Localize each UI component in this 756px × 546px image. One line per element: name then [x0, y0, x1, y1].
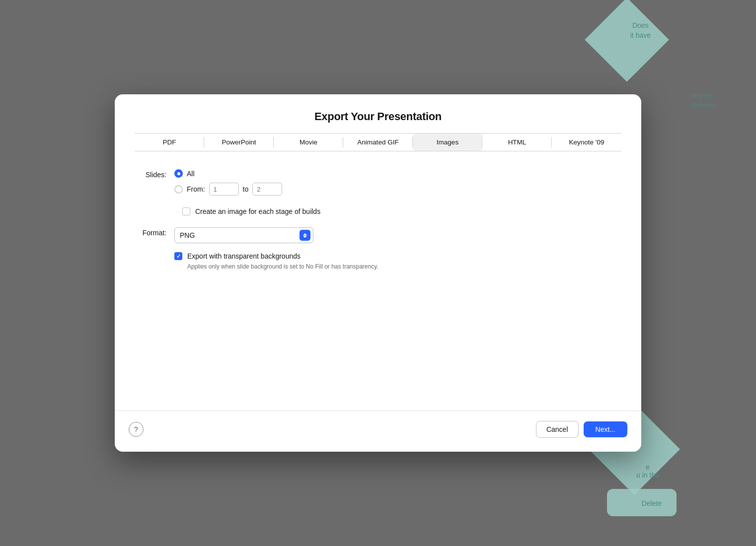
cancel-button[interactable]: Cancel: [536, 421, 579, 438]
export-transparent-section: Export with transparent backgrounds Appl…: [174, 252, 378, 271]
builds-checkbox-row: Create an image for each stage of builds: [182, 207, 320, 215]
radio-all-label: All: [187, 170, 195, 178]
tab-images[interactable]: Images: [413, 134, 482, 151]
slides-group: Slides: All From: to: [135, 169, 621, 196]
next-button[interactable]: Next...: [584, 421, 627, 437]
export-transparent-row: Export with transparent backgrounds: [174, 252, 378, 260]
builds-checkbox-label: Create an image for each stage of builds: [195, 207, 320, 215]
format-dropdown-container: PNG JPEG TIFF: [174, 227, 313, 243]
slides-controls: All From: to: [174, 169, 282, 196]
radio-all[interactable]: [174, 169, 183, 178]
export-dialog: Export Your Presentation PDF PowerPoint …: [115, 94, 641, 452]
radio-all-row: All: [174, 169, 282, 178]
tab-powerpoint[interactable]: PowerPoint: [204, 134, 274, 151]
range-to-input[interactable]: [252, 183, 282, 196]
builds-checkbox[interactable]: [182, 207, 190, 215]
radio-from-label: From:: [187, 185, 205, 193]
tab-keynote09[interactable]: Keynote '09: [552, 134, 621, 151]
radio-from-row: From: to: [174, 183, 282, 196]
format-label: Format:: [135, 227, 174, 237]
dialog-title: Export Your Presentation: [135, 110, 621, 123]
format-select[interactable]: PNG JPEG TIFF: [174, 227, 313, 243]
export-note: Applies only when slide background is se…: [187, 262, 378, 271]
footer-right: Cancel Next...: [536, 421, 627, 438]
dialog-backdrop: Export Your Presentation PDF PowerPoint …: [0, 0, 756, 546]
format-select-wrapper: PNG JPEG TIFF Export with t: [174, 227, 378, 271]
tab-movie[interactable]: Movie: [274, 134, 343, 151]
tab-bar: PDF PowerPoint Movie Animated GIF Images…: [135, 133, 621, 151]
range-to-separator: to: [243, 185, 249, 193]
tab-html[interactable]: HTML: [482, 134, 552, 151]
tab-animated-gif[interactable]: Animated GIF: [343, 134, 413, 151]
radio-from[interactable]: [174, 185, 183, 194]
range-from-input[interactable]: [209, 183, 239, 196]
dialog-body: Slides: All From: to: [115, 151, 641, 410]
builds-group: Create an image for each stage of builds: [182, 207, 621, 215]
dialog-header: Export Your Presentation: [115, 94, 641, 133]
help-button[interactable]: ?: [129, 422, 144, 437]
tab-pdf[interactable]: PDF: [135, 134, 204, 151]
export-transparent-checkbox[interactable]: [174, 252, 182, 260]
dialog-footer: ? Cancel Next...: [115, 410, 641, 452]
export-transparent-label: Export with transparent backgrounds: [187, 252, 301, 260]
slides-label: Slides:: [135, 169, 174, 179]
format-group: Format: PNG JPEG TIFF: [135, 227, 621, 271]
